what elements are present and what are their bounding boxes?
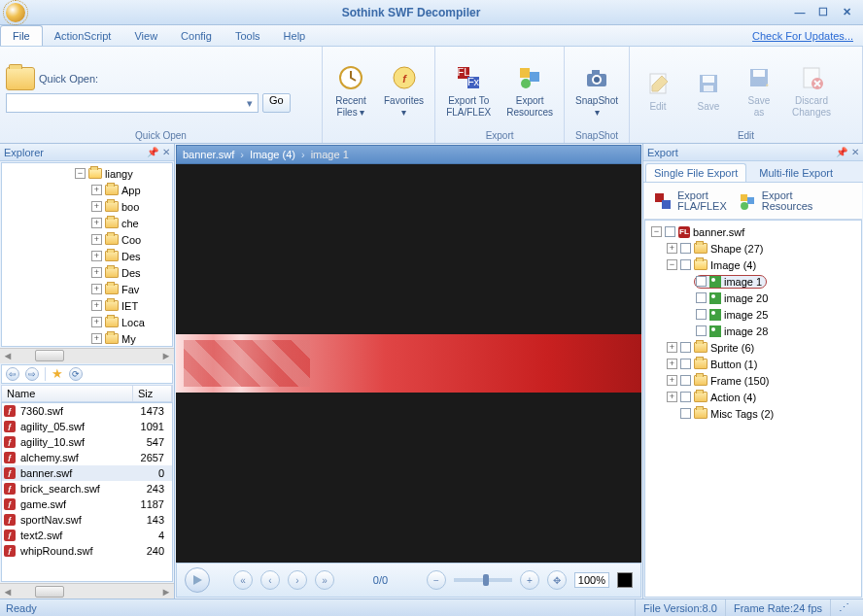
recent-files-button[interactable]: Recent Files ▾ <box>328 59 373 121</box>
checkbox[interactable] <box>680 375 691 386</box>
file-list[interactable]: ƒ7360.swf1473ƒagility_05.swf1091ƒagility… <box>1 402 173 583</box>
quick-open-combo[interactable]: ▾ <box>6 93 259 113</box>
expand-icon[interactable]: + <box>667 375 677 386</box>
folder-tree[interactable]: −liangy+App+boo+che+Coo+Des+Des+Fav+IET+… <box>1 162 173 347</box>
bc-root[interactable]: banner.swf <box>183 149 234 160</box>
collapse-icon[interactable]: − <box>75 168 86 179</box>
tree-root[interactable]: −FLbanner.swf <box>645 223 861 240</box>
tree-leaf[interactable]: image 20 <box>645 290 861 306</box>
export-res-action[interactable]: Export Resources <box>737 190 813 212</box>
panel-close-icon[interactable]: ✕ <box>162 147 170 157</box>
tree-item[interactable]: +Loca <box>2 314 172 330</box>
checkbox[interactable] <box>680 392 691 402</box>
menu-view[interactable]: View <box>122 25 169 46</box>
favorites-button[interactable]: f Favorites ▾ <box>379 59 429 121</box>
zoom-in-button[interactable]: + <box>520 570 539 590</box>
collapse-icon[interactable]: − <box>667 259 677 270</box>
expand-icon[interactable]: + <box>667 359 677 369</box>
panel-close-icon[interactable]: ✕ <box>851 147 859 157</box>
expand-icon[interactable]: + <box>91 185 102 195</box>
checkbox[interactable] <box>696 309 707 320</box>
step-fwd-button[interactable]: › <box>288 570 307 590</box>
close-button[interactable]: ✕ <box>836 6 857 19</box>
preview-stage[interactable] <box>176 164 641 563</box>
tree-item[interactable]: +Coo <box>2 231 172 248</box>
tree-item[interactable]: +App <box>2 182 172 198</box>
bg-color-swatch[interactable] <box>617 572 633 588</box>
tab-single-file[interactable]: Single File Export <box>645 163 746 182</box>
bc-group[interactable]: Image (4) <box>250 149 295 160</box>
file-row[interactable]: ƒagility_10.swf547 <box>2 434 172 450</box>
expand-icon[interactable]: + <box>91 284 102 294</box>
favorite-star-icon[interactable]: ★ <box>52 366 63 381</box>
menu-actionscript[interactable]: ActionScript <box>43 25 123 46</box>
go-button[interactable]: Go <box>262 93 291 113</box>
checkbox[interactable] <box>665 226 675 237</box>
expand-icon[interactable]: + <box>667 243 677 254</box>
checkbox[interactable] <box>680 408 691 419</box>
export-fla-action[interactable]: Export FLA/FLEX <box>652 190 727 212</box>
h-scrollbar-2[interactable]: ◄► <box>0 583 174 599</box>
expand-icon[interactable]: + <box>91 317 102 327</box>
tree-leaf[interactable]: image 28 <box>645 323 861 339</box>
export-tree[interactable]: −FLbanner.swf+Shape (27)−Image (4)image … <box>644 220 862 598</box>
edit-button[interactable]: Edit <box>636 65 680 116</box>
export-resources-button[interactable]: Export Resources <box>501 59 558 121</box>
col-name[interactable]: Name <box>2 386 133 401</box>
file-row[interactable]: ƒbanner.swf0 <box>2 465 172 481</box>
tree-group[interactable]: +Sprite (6) <box>645 339 861 356</box>
tree-item[interactable]: +IET <box>2 297 172 314</box>
col-size[interactable]: Siz <box>133 386 172 401</box>
file-row[interactable]: ƒwhipRound.swf240 <box>2 543 172 559</box>
tab-multi-file[interactable]: Multi-file Export <box>750 163 842 182</box>
maximize-button[interactable]: ☐ <box>812 6 834 19</box>
tree-leaf[interactable]: image 25 <box>645 306 861 323</box>
pin-icon[interactable]: 📌 <box>147 147 158 157</box>
menu-config[interactable]: Config <box>169 25 224 46</box>
expand-icon[interactable]: + <box>667 342 677 353</box>
expand-icon[interactable]: + <box>91 201 102 212</box>
checkbox[interactable] <box>696 292 707 303</box>
minimize-button[interactable]: — <box>789 6 811 19</box>
fast-fwd-button[interactable]: » <box>315 570 334 590</box>
zoom-slider[interactable] <box>454 578 512 582</box>
checkbox[interactable] <box>680 342 691 353</box>
tree-leaf[interactable]: image 1 <box>645 273 861 290</box>
collapse-icon[interactable]: − <box>651 226 662 237</box>
discard-button[interactable]: Discard Changes <box>787 59 836 121</box>
save-button[interactable]: Save <box>686 65 731 116</box>
expand-icon[interactable]: + <box>91 300 102 311</box>
expand-icon[interactable]: + <box>91 251 102 261</box>
tree-group[interactable]: +Button (1) <box>645 356 861 372</box>
tree-item[interactable]: +Fav <box>2 281 172 297</box>
tree-group[interactable]: −Image (4) <box>645 257 861 273</box>
tree-group[interactable]: +Action (4) <box>645 389 861 405</box>
expand-icon[interactable]: + <box>91 333 102 344</box>
h-scrollbar[interactable]: ◄► <box>0 348 174 363</box>
export-fla-button[interactable]: FLFx Export To FLA/FLEX <box>441 59 496 121</box>
file-row[interactable]: ƒagility_05.swf1091 <box>2 419 172 434</box>
snapshot-button[interactable]: SnapShot ▾ <box>570 59 623 121</box>
check-updates-link[interactable]: Check For Updates... <box>752 30 853 42</box>
zoom-100-button[interactable]: 100% <box>574 572 609 588</box>
tree-item[interactable]: +My <box>2 330 172 347</box>
filelist-header[interactable]: Name Siz <box>1 385 173 402</box>
tree-group[interactable]: Misc Tags (2) <box>645 405 861 422</box>
pin-icon[interactable]: 📌 <box>836 147 847 157</box>
play-button[interactable] <box>185 567 210 593</box>
expand-icon[interactable]: + <box>91 267 102 278</box>
tree-item[interactable]: −liangy <box>2 165 172 182</box>
file-row[interactable]: ƒ7360.swf1473 <box>2 403 172 419</box>
tree-item[interactable]: +boo <box>2 198 172 215</box>
expand-icon[interactable]: + <box>91 234 102 245</box>
step-back-button[interactable]: ‹ <box>260 570 280 590</box>
refresh-button[interactable]: ⟳ <box>69 367 83 381</box>
file-row[interactable]: ƒsportNav.swf143 <box>2 512 172 528</box>
rewind-button[interactable]: « <box>233 570 253 590</box>
menu-help[interactable]: Help <box>272 25 318 46</box>
save-as-button[interactable]: Save as <box>737 59 781 121</box>
resize-grip-icon[interactable]: ⋰ <box>830 599 857 616</box>
zoom-out-button[interactable]: − <box>427 570 446 590</box>
pan-button[interactable]: ✥ <box>547 570 567 590</box>
file-row[interactable]: ƒalchemy.swf2657 <box>2 450 172 465</box>
